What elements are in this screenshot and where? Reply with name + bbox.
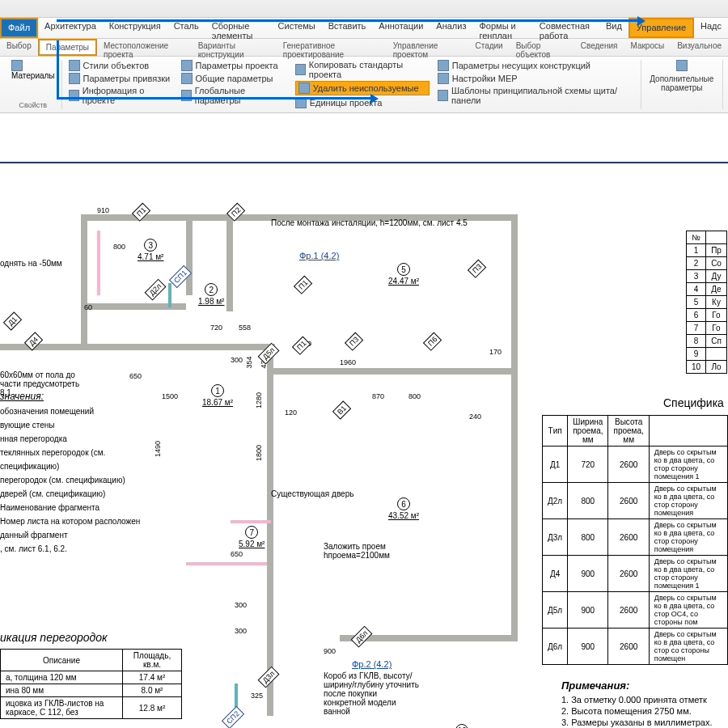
panel-icon: [438, 90, 448, 101]
sub-item[interactable]: Варианты конструкции: [192, 39, 277, 56]
legend: значения: обозначения помещений вующие с…: [0, 388, 154, 556]
note-gklv: Короб из ГКЛВ, высоту/ширину/глубину уто…: [324, 671, 421, 716]
purge-icon: [298, 83, 310, 94]
cmd-mep-settings[interactable]: Настройки MEP: [438, 73, 634, 84]
menu-file[interactable]: Файл: [0, 18, 38, 38]
cmd-project-params[interactable]: Параметры проекта: [181, 60, 287, 71]
menu-item[interactable]: Надс: [694, 18, 728, 38]
notes: Примечания: 1. За отметку 0.000 принята …: [561, 679, 712, 728]
door-spec-table: Tип Ширина проема, мм Высота проема, мм …: [542, 415, 728, 665]
sub-item[interactable]: Генеративное проектирование: [277, 39, 387, 56]
materials-icon: [11, 60, 23, 71]
sub-item[interactable]: Выбор: [0, 39, 38, 56]
spec1-title: икация перегородок: [0, 631, 108, 644]
note-raise: однять на -50мм: [0, 259, 65, 268]
cmd-snap-params[interactable]: Параметры привязки: [69, 73, 173, 84]
gear-icon: [69, 60, 80, 71]
struct-icon: [438, 60, 449, 71]
group-label: Свойств: [11, 101, 55, 109]
cmd-structural-params[interactable]: Параметры несущих конструкций: [438, 60, 634, 71]
sub-item[interactable]: Стадии: [468, 39, 509, 56]
note-door: Существующая дверь: [271, 489, 353, 498]
materials-button[interactable]: [11, 60, 55, 71]
sub-item[interactable]: Управление проектом: [387, 39, 469, 56]
cmd-shared-params[interactable]: Общие параметры: [181, 73, 287, 84]
shared-icon: [181, 73, 193, 84]
ribbon: Материалы Свойств Стили объектов Парамет…: [0, 57, 728, 113]
fragment-label: Фр.1 (4.2): [299, 251, 339, 260]
room-list-table: № 1Пр 2Со 3Ду 4Де 5Ку 6Го 7Го 8Сп 9 10Ло: [686, 231, 727, 374]
copy-icon: [295, 64, 306, 75]
snap-icon: [69, 73, 80, 84]
cmd-copy-standards[interactable]: Копировать стандарты проекта: [295, 60, 430, 79]
cmd-project-info[interactable]: Информация о проекте: [69, 86, 173, 105]
sub-item[interactable]: Выбор объектов: [510, 39, 574, 56]
spec2-title: Специфика: [663, 396, 724, 409]
more-icon: [676, 60, 688, 71]
cmd-additional-params[interactable]: Дополнительные параметры: [648, 60, 716, 92]
params-icon: [181, 60, 193, 71]
note-opening: Заложить проем hпроема=2100мм: [324, 542, 421, 560]
partition-spec-table: ОписаниеПлощадь, кв.м. а, толщина 120 мм…: [0, 649, 182, 719]
sub-item[interactable]: Сведения: [574, 39, 624, 56]
annotation-arrow: [57, 19, 639, 22]
materials-label: Материалы: [11, 71, 55, 80]
mep-icon: [438, 73, 449, 84]
cmd-global-params[interactable]: Глобальные параметры: [181, 86, 287, 105]
drawing-canvas[interactable]: 34.71 м² 21.98 м² 524.47 м² 118.67 м² 64…: [0, 146, 728, 728]
annotation-arrow: [57, 40, 59, 97]
sub-item[interactable]: Визуальное: [671, 39, 728, 56]
sub-item[interactable]: Местоположение проекта: [97, 39, 192, 56]
note-install: После монтажа инсталяции, h=1200мм, см. …: [271, 218, 468, 227]
cmd-purge-unused[interactable]: Удалить неиспользуемые: [295, 81, 430, 95]
sub-menu: Выбор Параметры Местоположение проекта В…: [0, 39, 728, 57]
fragment-label: Фр.2 (4.2): [352, 659, 392, 669]
cmd-panel-templates[interactable]: Шаблоны принципиальной схемы щита/панели: [438, 86, 634, 105]
cmd-object-styles[interactable]: Стили объектов: [69, 60, 173, 71]
sub-item[interactable]: Макросы: [624, 39, 671, 56]
annotation-arrow: [57, 97, 372, 99]
sub-parameters[interactable]: Параметры: [38, 39, 97, 56]
